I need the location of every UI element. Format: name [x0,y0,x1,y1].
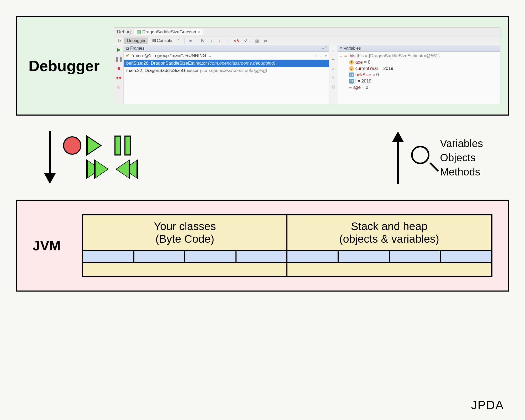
variables-header: ≡ Variables [338,45,500,52]
variables-tree: ⌄ ≡ this this = {DragonSaddleSizeEstimat… [338,52,500,104]
jvm-block [185,251,236,263]
move-down-icon[interactable]: ▼ [331,75,335,81]
jvm-block [338,251,389,263]
jvm-block [287,251,338,263]
pause-icon[interactable]: ❚❚ [115,56,123,62]
frames-header: ⧉ Frames →" [124,45,329,52]
toolbar-separator [184,38,185,44]
variable-this[interactable]: ⌄ ≡ this this = {DragonSaddleSizeEstimat… [340,53,498,59]
jvm-block [440,251,491,263]
view-breakpoints-icon[interactable]: ●● [116,75,122,80]
step-into-icon[interactable]: ↓ [208,38,215,44]
inspect-item: Variables [440,136,483,151]
jvm-cell-line: (Byte Code) [155,233,214,245]
close-icon[interactable]: × [198,30,200,34]
field-badge-icon: f [349,60,354,65]
play-icon [86,135,102,156]
jvm-footer-block [83,263,287,276]
connector-row: Variables Objects Methods [42,123,483,192]
jvm-title: JVM [33,238,61,253]
svg-marker-1 [44,173,56,184]
ide-body: ▶ ❚❚ ■ ●● ⦸ ⧉ Frames →" ✔ "main"@1 in gr… [114,45,500,104]
variable-row[interactable]: ∞ age = 0 [340,84,498,91]
variable-row[interactable]: p currentYear = 2019 [340,65,498,72]
chevron-down-icon[interactable]: ⌄ [340,54,343,58]
run-config-tab[interactable]: DragonSaddleSizeGuesser × [134,29,203,35]
run-to-cursor-icon[interactable]: ↘ᴵ [242,38,248,44]
jvm-cell-line: Stack and heap [351,220,428,233]
force-step-into-icon[interactable]: ↓ [216,38,223,44]
prev-frame-icon[interactable]: ↑ [315,53,317,58]
jvm-stackheap-cell: Stack and heap (objects & variables) [287,215,491,251]
ide-screenshot: Debug: DragonSaddleSizeGuesser × ↻ Debug… [114,27,500,104]
jvm-block [83,251,134,263]
record-icon [63,136,81,155]
frame-package: (com.openclassrooms.debugging) [208,61,275,66]
svg-marker-3 [392,131,404,142]
next-frame-icon[interactable]: ↓ [320,53,322,58]
settings-icon[interactable]: ⇄ [262,38,269,44]
controls-to-jvm [42,129,138,186]
inspect-item: Methods [440,165,483,179]
object-icon: ≡ [344,53,347,59]
jvm-memory-table: Your classes (Byte Code) Stack and heap … [82,214,492,277]
copy-icon[interactable]: ⧉ [332,84,335,90]
primitive-badge-icon: 01 [349,72,354,77]
stop-icon[interactable]: ■ [117,66,120,71]
thread-selector[interactable]: ✔ "main"@1 in group "main": RUNNING ⌄ ↑ … [124,52,329,60]
step-out-icon[interactable]: ↑ [225,38,232,44]
jvm-cell-line: (objects & variables) [339,233,439,245]
run-config-name: DragonSaddleSizeGuesser [142,29,196,35]
magnifier-icon [411,146,435,169]
arrow-up-icon [390,129,406,186]
toolbar-separator [197,38,197,44]
rerun-icon[interactable]: ↻ [116,38,123,44]
step-over-icon[interactable]: ⇱ [200,38,206,44]
remove-watch-icon[interactable]: − [332,57,335,62]
jvm-classes-cell: Your classes (Byte Code) [83,215,287,251]
drop-frame-icon[interactable]: ✕↯ [233,38,240,44]
debug-label: Debug: [117,29,132,35]
mute-breakpoints-icon[interactable]: ⦸ [117,84,120,90]
inspect-item: Objects [440,151,483,165]
variables-panel: ≡ Variables ⌄ ≡ this this = {DragonSaddl… [338,45,500,104]
arrow-down-icon [42,129,58,186]
stack-frame[interactable]: beltSize:26, DragonSaddleSizeEstimator (… [124,60,329,67]
check-icon: ✔ [126,53,129,58]
jvm-block [389,251,440,263]
console-tab[interactable]: Console →" [150,38,181,44]
stack-frame[interactable]: main:22, DragonSaddleSizeGuesser (com.op… [124,67,329,74]
ide-debug-toolbar: ↻ Debugger Console →" ≡ ⇱ ↓ ↓ ↑ ✕↯ ↘ᴵ ▦ … [114,37,500,45]
evaluate-icon[interactable]: ▦ [254,38,261,44]
jvm-block [236,251,287,263]
rewind-icon [114,159,138,180]
variables-header-label: Variables [344,46,361,51]
resume-icon[interactable]: ▶ [117,47,121,53]
ide-left-strip: ▶ ❚❚ ■ ●● ⦸ [114,45,124,104]
filter-icon[interactable]: ▾ [325,53,327,58]
show-execution-point-icon[interactable]: ≡ [187,38,194,44]
inspect-list: Variables Objects Methods [440,136,483,179]
thread-line: "main"@1 in group "main": RUNNING [132,53,206,58]
pause-icon [114,136,138,155]
frame-package: (com.openclassrooms.debugging) [200,68,267,73]
variable-row[interactable]: 01 beltSize = 0 [340,72,498,78]
variable-row[interactable]: 01 i = 2019 [340,78,498,84]
run-config-icon [137,30,141,34]
move-up-icon[interactable]: ▲ [331,66,335,71]
playback-controls [63,135,138,180]
new-watch-icon[interactable]: ＋ [331,47,335,53]
inspect-from-jvm: Variables Objects Methods [390,129,483,186]
debugger-title: Debugger [25,57,103,75]
frame-text: main:22, DragonSaddleSizeGuesser [126,68,199,73]
debugger-panel: Debugger Debug: DragonSaddleSizeGuesser … [16,16,509,116]
variables-panel-wrapper: ＋ − ▲ ▼ ⧉ ≡ Variables ⌄ ≡ this [329,45,500,104]
console-tab-label: Console [157,38,172,43]
jvm-panel: JVM Your classes (Byte Code) Stack and h… [16,200,509,292]
debugger-tab[interactable]: Debugger [124,38,148,44]
frames-stack-icon: ⧉ [126,46,129,51]
variable-row[interactable]: f age = 0 [340,59,498,65]
chevron-down-icon[interactable]: ⌄ [208,53,212,58]
toolbar-separator [251,38,251,44]
frames-panel: ⧉ Frames →" ✔ "main"@1 in group "main": … [124,45,329,104]
